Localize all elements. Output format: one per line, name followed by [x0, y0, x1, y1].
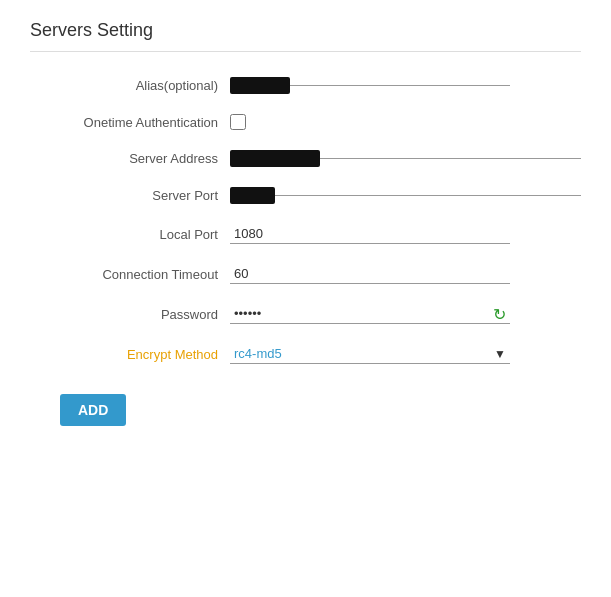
server-address-value-masked: [230, 150, 320, 167]
encrypt-method-select-wrapper: rc4-md5 aes-256-cfb aes-128-cfb chacha20…: [230, 344, 510, 364]
server-port-value-masked: [230, 187, 275, 204]
connection-timeout-group: Connection Timeout: [30, 264, 581, 284]
page-title: Servers Setting: [30, 20, 581, 41]
password-label: Password: [30, 307, 230, 322]
local-port-label: Local Port: [30, 227, 230, 242]
onetime-auth-label: Onetime Authentication: [30, 115, 230, 130]
refresh-icon[interactable]: ↻: [493, 305, 506, 324]
connection-timeout-input[interactable]: [230, 264, 510, 284]
section-divider: [30, 51, 581, 52]
local-port-input[interactable]: [230, 224, 510, 244]
add-button[interactable]: ADD: [60, 394, 126, 426]
encrypt-method-group: Encrypt Method rc4-md5 aes-256-cfb aes-1…: [30, 344, 581, 364]
server-port-group: Server Port: [30, 187, 581, 204]
alias-group: Alias(optional): [30, 77, 581, 94]
onetime-auth-group: Onetime Authentication: [30, 114, 581, 130]
alias-value-masked: [230, 77, 290, 94]
servers-setting-page: Servers Setting Alias(optional) Onetime …: [0, 0, 611, 446]
password-group: Password ↻: [30, 304, 581, 324]
server-address-group: Server Address: [30, 150, 581, 167]
encrypt-method-label: Encrypt Method: [30, 347, 230, 362]
password-input[interactable]: [230, 304, 510, 324]
server-address-label: Server Address: [30, 151, 230, 166]
onetime-auth-checkbox[interactable]: [230, 114, 246, 130]
password-wrapper: ↻: [230, 304, 510, 324]
alias-label: Alias(optional): [30, 78, 230, 93]
server-port-label: Server Port: [30, 188, 230, 203]
connection-timeout-label: Connection Timeout: [30, 267, 230, 282]
local-port-group: Local Port: [30, 224, 581, 244]
encrypt-method-select[interactable]: rc4-md5 aes-256-cfb aes-128-cfb chacha20…: [230, 344, 510, 364]
button-row: ADD: [30, 384, 581, 426]
